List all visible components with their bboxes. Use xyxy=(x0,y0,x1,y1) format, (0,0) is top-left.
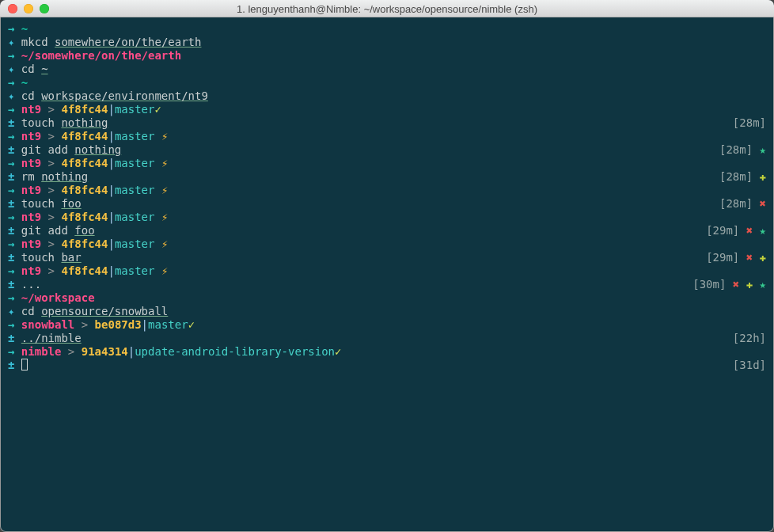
rprompt-segment: ★ xyxy=(760,278,766,291)
segment: add xyxy=(48,143,75,156)
segment: > xyxy=(41,103,61,116)
rprompt-segment: [22h] xyxy=(733,332,766,344)
segment: > xyxy=(41,264,61,277)
segment: → xyxy=(8,291,21,304)
segment: opensource/snowball xyxy=(41,305,168,317)
terminal-line: → nt9 > 4f8fc44|master✓ xyxy=(8,103,766,116)
terminal-line: ± touch nothing[28m] xyxy=(8,116,766,130)
terminal-line: ± ../nimble[22h] xyxy=(8,332,766,345)
segment: bar xyxy=(61,251,81,264)
segment: ± xyxy=(8,251,21,264)
segment: foo xyxy=(61,197,81,210)
segment: nothing xyxy=(61,116,108,129)
terminal-line: → nt9 > 4f8fc44|master ⚡ xyxy=(8,264,766,278)
terminal-line: ✦ cd workspace/environment/nt9 xyxy=(8,89,766,103)
terminal-body[interactable]: → ~✦ mkcd somewhere/on/the/earth→ ~/some… xyxy=(0,17,774,372)
segment: ../nimble xyxy=(21,332,82,344)
segment: > xyxy=(41,130,61,142)
segment: | xyxy=(108,264,114,277)
segment: nt9 xyxy=(21,264,41,277)
segment: | xyxy=(108,211,114,223)
rprompt-segment: [28m] xyxy=(719,143,760,156)
segment: git xyxy=(21,224,48,237)
segment: nt9 xyxy=(21,238,41,250)
segment: ± xyxy=(8,224,21,237)
segment: ± xyxy=(8,197,21,210)
terminal-window: 1. lenguyenthanh@Nimble: ~/workspace/ope… xyxy=(0,0,774,532)
segment: ⚡ xyxy=(154,238,168,250)
segment: ~/somewhere/on/the/earth xyxy=(21,49,181,62)
segment: 4f8fc44 xyxy=(61,264,108,277)
segment: update-android-library-version xyxy=(135,345,335,358)
segment: 4f8fc44 xyxy=(61,103,108,116)
terminal-line: → ~ xyxy=(8,22,766,36)
segment: cd xyxy=(21,63,41,75)
segment: nt9 xyxy=(21,157,41,169)
segment: snowball xyxy=(21,318,74,331)
rprompt-segment: ✚ xyxy=(760,251,766,264)
segment: 91a4314 xyxy=(82,345,128,358)
segment: nothing xyxy=(41,170,88,183)
segment: ⚡ xyxy=(154,264,168,277)
segment: add xyxy=(48,224,75,237)
segment: master xyxy=(115,211,155,223)
segment: > xyxy=(61,345,81,358)
terminal-line: → snowball > be087d3|master✓ xyxy=(8,318,766,332)
rprompt-segment: ✖ xyxy=(746,224,760,237)
segment: nt9 xyxy=(21,103,41,116)
rprompt-segment: [31d] xyxy=(733,359,766,371)
segment: | xyxy=(128,345,135,358)
terminal-line: ± touch bar[29m] ✖ ✚ xyxy=(8,251,766,264)
segment: ✦ xyxy=(8,305,21,317)
segment: | xyxy=(108,103,114,116)
terminal-line: → nimble > 91a4314|update-android-librar… xyxy=(8,345,766,359)
segment: ± xyxy=(8,278,21,291)
terminal-line: → ~/somewhere/on/the/earth xyxy=(8,49,766,63)
rprompt-segment: ✚ xyxy=(746,278,760,291)
titlebar: 1. lenguyenthanh@Nimble: ~/workspace/ope… xyxy=(0,0,774,17)
terminal-line: → nt9 > 4f8fc44|master ⚡ xyxy=(8,184,766,197)
segment: 4f8fc44 xyxy=(61,184,108,196)
segment: ± xyxy=(8,143,21,156)
segment: → xyxy=(8,211,21,223)
terminal-line: ± touch foo[28m] ✖ xyxy=(8,197,766,211)
segment: ~ xyxy=(21,22,28,35)
terminal-line: → nt9 > 4f8fc44|master ⚡ xyxy=(8,130,766,143)
segment: master xyxy=(115,103,155,116)
rprompt-segment: [29m] xyxy=(706,224,746,237)
segment: ± xyxy=(8,170,21,183)
segment: master xyxy=(115,238,155,250)
rprompt-segment: ✖ xyxy=(746,251,760,264)
segment: → xyxy=(8,157,21,169)
terminal-line: ± git add foo[29m] ✖ ★ xyxy=(8,224,766,238)
segment: nt9 xyxy=(21,211,41,223)
terminal-line: ± git add nothing[28m] ★ xyxy=(8,143,766,157)
segment: 4f8fc44 xyxy=(61,238,108,250)
segment: > xyxy=(41,211,61,223)
terminal-line: ± [31d] xyxy=(8,359,766,372)
segment: | xyxy=(108,157,114,169)
segment: → xyxy=(8,318,21,331)
segment: ✦ xyxy=(8,89,21,102)
rprompt-segment: [29m] xyxy=(706,251,746,264)
rprompt-segment: ✚ xyxy=(760,170,766,183)
segment: cd xyxy=(21,305,41,317)
terminal-line: ± ...[30m] ✖ ✚ ★ xyxy=(8,278,766,291)
segment: nt9 xyxy=(21,184,41,196)
terminal-line: → nt9 > 4f8fc44|master ⚡ xyxy=(8,157,766,170)
segment: → xyxy=(8,103,21,116)
segment: → xyxy=(8,49,21,62)
rprompt-segment: ★ xyxy=(760,224,766,237)
segment: touch xyxy=(21,251,62,264)
segment: ⚡ xyxy=(154,157,168,169)
segment: ⚡ xyxy=(154,184,168,196)
segment: ± xyxy=(8,116,21,129)
terminal-line: ± rm nothing[28m] ✚ xyxy=(8,170,766,184)
segment: touch xyxy=(21,116,62,129)
segment: ~ xyxy=(21,76,28,89)
rprompt-segment: [28m] xyxy=(733,116,766,129)
segment: ± xyxy=(8,359,21,371)
rprompt-segment: ✖ xyxy=(733,278,746,291)
cursor xyxy=(21,359,28,370)
segment: workspace/environment/nt9 xyxy=(41,89,208,102)
